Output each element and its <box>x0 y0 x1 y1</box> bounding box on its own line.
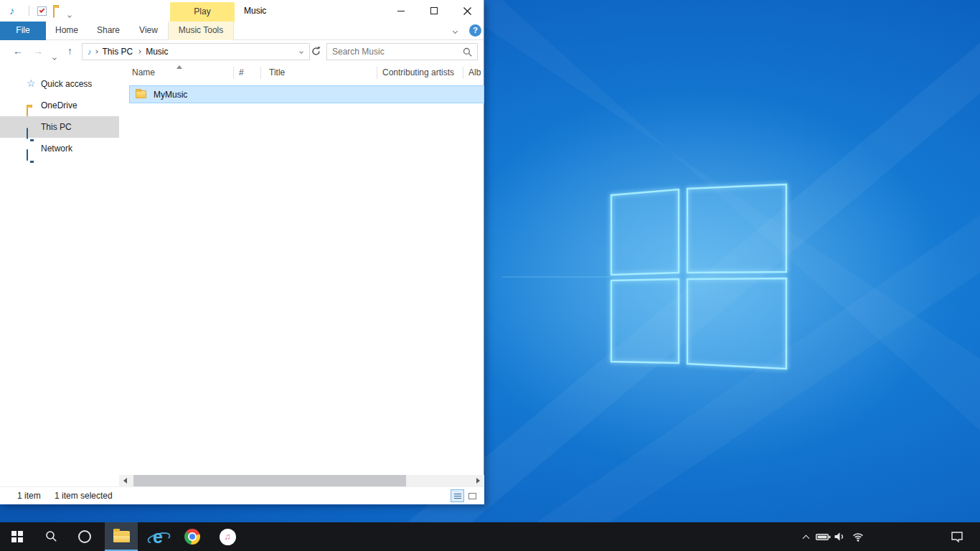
sidebar-item-label: Network <box>41 143 72 154</box>
new-folder-icon[interactable] <box>53 7 55 17</box>
sort-ascending-icon <box>176 65 182 69</box>
column-header-row: Name # Title Contributing artists Alb <box>119 63 484 83</box>
large-icons-view-button[interactable] <box>466 489 479 502</box>
title-bar: ♪ Play Music <box>0 0 484 22</box>
column-header-album[interactable]: Alb <box>468 63 481 83</box>
network-icon <box>27 144 28 166</box>
navigation-pane: ☆ Quick access OneDrive This PC Network <box>0 63 119 486</box>
breadcrumb-segment[interactable]: This PC <box>98 44 138 60</box>
minimize-button[interactable] <box>385 0 418 22</box>
volume-icon <box>834 532 846 542</box>
window-title: Music <box>244 0 266 22</box>
search-box <box>326 43 478 60</box>
large-icons-view-icon <box>468 493 476 499</box>
column-header-number[interactable]: # <box>239 63 244 83</box>
back-button[interactable]: ← <box>13 44 23 57</box>
tab-home[interactable]: Home <box>46 22 88 40</box>
wifi-button[interactable] <box>849 522 867 551</box>
battery-icon <box>816 532 831 542</box>
address-dropdown-icon[interactable] <box>299 50 303 54</box>
sidebar-item-label: OneDrive <box>41 100 77 110</box>
chevron-up-icon <box>802 534 809 542</box>
column-header-name[interactable]: Name <box>132 63 155 83</box>
search-icon[interactable] <box>463 47 473 60</box>
tab-view[interactable]: View <box>129 22 168 40</box>
quick-access-toolbar-chevron-icon[interactable] <box>68 9 71 19</box>
sidebar-item-label: This PC <box>41 122 72 132</box>
column-divider[interactable] <box>377 67 377 79</box>
expand-ribbon-button[interactable] <box>446 22 463 40</box>
file-explorer-icon <box>113 531 130 542</box>
help-button[interactable]: ? <box>469 24 481 37</box>
horizontal-scrollbar[interactable] <box>119 475 484 486</box>
tab-music-tools[interactable]: Music Tools <box>169 22 233 40</box>
folder-icon <box>136 90 146 98</box>
taskbar-itunes-button[interactable]: ♫ <box>212 522 243 551</box>
cortana-button[interactable] <box>69 522 100 551</box>
recent-locations-chevron-icon[interactable] <box>53 50 56 62</box>
hidden-icons-button[interactable] <box>798 522 814 551</box>
sidebar-item-this-pc[interactable]: This PC <box>0 116 119 138</box>
taskbar-file-explorer-button[interactable] <box>105 522 138 551</box>
maximize-button[interactable] <box>418 0 451 22</box>
refresh-button[interactable] <box>311 46 321 59</box>
sidebar-item-label: Quick access <box>41 79 92 89</box>
ribbon-tab-row: File Home Share View Music Tools ? <box>0 22 484 40</box>
action-center-icon <box>951 531 964 542</box>
refresh-icon <box>311 46 321 57</box>
start-button[interactable] <box>0 522 34 551</box>
file-row-mymusic[interactable]: MyMusic <box>129 85 484 103</box>
maximize-icon <box>430 7 438 14</box>
column-divider[interactable] <box>463 67 463 79</box>
chevron-down-icon <box>452 28 457 33</box>
taskbar-chrome-button[interactable] <box>176 522 208 551</box>
file-explorer-window: ♪ Play Music File Home Share View Music … <box>0 0 484 504</box>
properties-icon[interactable] <box>37 6 47 16</box>
selection-count: 1 item selected <box>55 487 113 504</box>
internet-explorer-icon: e <box>148 527 168 547</box>
column-divider[interactable] <box>260 67 261 79</box>
column-header-contributing-artists[interactable]: Contributing artists <box>382 63 454 83</box>
details-view-button[interactable] <box>451 489 464 502</box>
star-icon: ☆ <box>27 77 36 89</box>
cortana-icon <box>78 530 91 543</box>
minimize-icon <box>397 11 405 11</box>
contextual-tab-play[interactable]: Play <box>170 2 235 22</box>
address-row: ← → ↑ ♪ This PC Music <box>0 40 484 63</box>
breadcrumb-segment[interactable]: Music <box>141 44 173 60</box>
chrome-icon <box>184 529 200 545</box>
battery-status-button[interactable] <box>815 522 832 551</box>
wifi-icon <box>851 532 865 542</box>
tab-separator <box>233 22 234 40</box>
close-button[interactable] <box>451 0 484 22</box>
column-header-title[interactable]: Title <box>269 63 285 83</box>
search-icon <box>45 530 58 543</box>
up-button[interactable]: ↑ <box>67 44 72 57</box>
taskbar-internet-explorer-button[interactable]: e <box>142 522 174 551</box>
action-center-button[interactable] <box>948 522 966 551</box>
windows-logo-icon <box>11 531 23 542</box>
titlebar-separator <box>29 6 29 16</box>
tab-file[interactable]: File <box>0 22 46 40</box>
scroll-right-icon[interactable] <box>476 478 480 484</box>
sidebar-item-network[interactable]: Network <box>0 138 119 159</box>
taskbar: e ♫ <box>0 522 980 551</box>
status-bar: 1 item 1 item selected <box>0 486 484 504</box>
details-view-icon <box>454 494 461 494</box>
music-note-icon: ♪ <box>9 5 15 16</box>
tab-share[interactable]: Share <box>88 22 129 40</box>
file-name: MyMusic <box>154 90 187 100</box>
address-bar[interactable]: ♪ This PC Music <box>82 43 310 60</box>
column-divider[interactable] <box>233 67 234 79</box>
taskbar-search-button[interactable] <box>37 522 66 551</box>
itunes-icon: ♫ <box>220 529 236 545</box>
sidebar-item-onedrive[interactable]: OneDrive <box>0 95 119 116</box>
sidebar-item-quick-access[interactable]: ☆ Quick access <box>0 73 119 95</box>
scrollbar-thumb[interactable] <box>133 475 406 486</box>
search-input[interactable] <box>327 44 461 60</box>
music-note-icon: ♪ <box>88 47 92 56</box>
forward-button[interactable]: → <box>33 44 43 57</box>
item-count: 1 item <box>17 487 41 504</box>
volume-button[interactable] <box>831 522 848 551</box>
scroll-left-icon[interactable] <box>123 478 127 484</box>
